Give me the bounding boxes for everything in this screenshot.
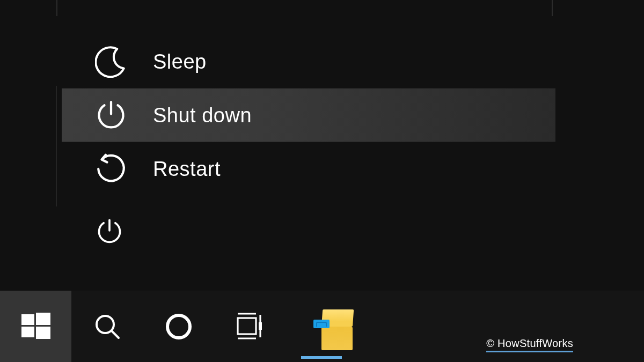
svg-rect-2 xyxy=(21,327,34,337)
power-menu-item-restart[interactable]: Restart xyxy=(62,142,555,196)
power-menu-item-sleep[interactable]: Sleep xyxy=(62,35,555,88)
search-icon xyxy=(92,312,122,342)
taskbar-running-indicator xyxy=(301,356,342,359)
svg-line-5 xyxy=(112,331,119,338)
power-menu: Sleep Shut down Restart xyxy=(62,35,555,196)
task-view-icon xyxy=(233,312,267,342)
power-menu-item-label: Shut down xyxy=(153,104,252,127)
taskbar-search-button[interactable] xyxy=(71,291,143,362)
windows-start-icon xyxy=(19,310,53,343)
power-icon xyxy=(95,99,127,131)
start-rail-power-button[interactable] xyxy=(92,215,127,249)
watermark-credit: © HowStuffWorks xyxy=(486,337,573,352)
guide-mark xyxy=(552,0,553,16)
taskbar-task-view-button[interactable] xyxy=(214,291,286,362)
restart-icon xyxy=(95,153,127,185)
svg-rect-0 xyxy=(21,314,34,325)
svg-point-6 xyxy=(167,315,190,338)
moon-icon xyxy=(95,46,127,78)
svg-rect-11 xyxy=(259,322,262,330)
start-button[interactable] xyxy=(0,291,71,362)
svg-rect-7 xyxy=(238,318,256,334)
taskbar-cortana-button[interactable] xyxy=(143,291,214,362)
svg-rect-3 xyxy=(36,327,50,339)
svg-rect-1 xyxy=(36,313,50,325)
power-menu-item-shutdown[interactable]: Shut down xyxy=(62,88,555,142)
power-menu-item-label: Sleep xyxy=(153,50,207,73)
cortana-circle-icon xyxy=(164,312,194,342)
guide-mark xyxy=(56,86,57,206)
power-menu-item-label: Restart xyxy=(153,158,221,181)
taskbar-file-explorer-button[interactable] xyxy=(286,291,357,362)
guide-mark xyxy=(56,0,57,16)
